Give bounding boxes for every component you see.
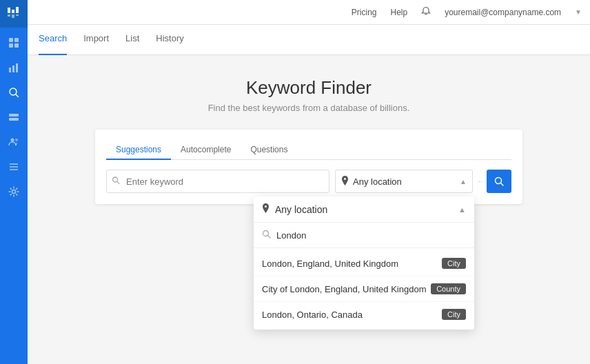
chart-nav-icon[interactable] xyxy=(0,55,28,80)
svg-rect-5 xyxy=(16,14,19,16)
user-email[interactable]: youremail@companyname.com xyxy=(445,8,561,17)
topbar: Pricing Help youremail@companyname.com ▼ xyxy=(28,0,590,25)
location-dropdown: Any location ▲ London, England, United K… xyxy=(254,196,474,330)
svg-rect-6 xyxy=(9,38,13,42)
keyword-search-icon xyxy=(112,176,120,187)
tab-bar: Search Import List History xyxy=(28,25,590,55)
location-label: Any location xyxy=(353,176,456,187)
main-area: Pricing Help youremail@companyname.com ▼… xyxy=(28,0,590,364)
svg-rect-7 xyxy=(14,38,19,42)
tab-list[interactable]: List xyxy=(125,25,139,55)
dropdown-search-input[interactable] xyxy=(276,230,466,241)
list-item[interactable]: London, Ontario, Canada City xyxy=(254,302,474,327)
svg-point-17 xyxy=(11,139,14,142)
svg-rect-3 xyxy=(8,14,10,17)
svg-point-18 xyxy=(15,139,18,141)
svg-line-14 xyxy=(16,94,19,97)
svg-line-27 xyxy=(501,183,504,186)
people-nav-icon[interactable] xyxy=(0,130,28,154)
dropdown-list: London, England, United Kingdom City Cit… xyxy=(254,248,474,330)
settings-nav-icon[interactable] xyxy=(0,179,28,204)
bell-icon[interactable] xyxy=(421,6,431,18)
svg-rect-1 xyxy=(12,10,14,13)
svg-point-23 xyxy=(113,177,118,182)
sidebar xyxy=(0,0,28,364)
list-item[interactable]: London, England, United Kingdom City xyxy=(254,251,474,276)
keyword-input[interactable] xyxy=(106,170,329,193)
svg-rect-12 xyxy=(16,63,18,72)
dropdown-search-icon xyxy=(262,230,271,241)
dropdown-header: Any location ▲ xyxy=(254,196,474,223)
search-section: Suggestions Autocomplete Questions xyxy=(95,130,522,204)
dropdown-badge-city2: City xyxy=(442,309,466,320)
list-item[interactable]: City of London, England, United Kingdom … xyxy=(254,276,474,302)
search-tab-suggestions[interactable]: Suggestions xyxy=(106,141,171,160)
tab-import[interactable]: Import xyxy=(83,25,109,55)
svg-rect-2 xyxy=(16,7,19,13)
grid-nav-icon[interactable] xyxy=(0,30,28,55)
dropdown-chevron-icon: ▲ xyxy=(458,205,466,214)
svg-line-30 xyxy=(268,236,270,238)
card-nav-icon[interactable] xyxy=(0,105,28,130)
dropdown-badge-county: County xyxy=(431,283,466,294)
svg-rect-11 xyxy=(12,65,14,72)
separator: - xyxy=(478,176,481,186)
help-link[interactable]: Help xyxy=(390,8,407,17)
svg-rect-15 xyxy=(9,114,19,117)
dropdown-item-text: London, Ontario, Canada xyxy=(262,310,442,320)
search-tab-questions[interactable]: Questions xyxy=(241,141,297,160)
page-title: Keyword Finder xyxy=(246,77,372,99)
location-button[interactable]: Any location ▲ xyxy=(335,170,473,193)
svg-rect-4 xyxy=(12,14,14,18)
page-content: Keyword Finder Find the best keywords fr… xyxy=(28,55,590,364)
search-tab-autocomplete[interactable]: Autocomplete xyxy=(171,141,241,160)
tab-history[interactable]: History xyxy=(156,25,183,55)
svg-point-29 xyxy=(263,231,269,236)
dropdown-pin-icon xyxy=(262,203,269,215)
tab-search[interactable]: Search xyxy=(39,25,67,55)
dropdown-item-text: London, England, United Kingdom xyxy=(262,259,442,269)
keyword-input-wrapper xyxy=(106,170,329,193)
search-nav-icon[interactable] xyxy=(0,80,28,105)
svg-rect-0 xyxy=(8,8,10,13)
dropdown-item-text: City of London, England, United Kingdom xyxy=(262,284,431,294)
svg-rect-9 xyxy=(14,43,19,48)
list-nav-icon[interactable] xyxy=(0,154,28,179)
svg-line-24 xyxy=(117,182,119,184)
svg-rect-10 xyxy=(9,68,11,72)
location-chevron-icon: ▲ xyxy=(460,178,467,185)
email-chevron-icon[interactable]: ▼ xyxy=(575,8,582,16)
svg-rect-8 xyxy=(9,43,13,48)
search-button[interactable] xyxy=(487,170,511,193)
svg-point-25 xyxy=(344,178,346,180)
dropdown-badge-city: City xyxy=(442,258,466,269)
svg-point-22 xyxy=(12,190,16,194)
location-trigger: Any location ▲ xyxy=(335,170,473,193)
dropdown-search-row xyxy=(254,223,474,248)
sidebar-logo[interactable] xyxy=(0,0,28,28)
dropdown-title: Any location xyxy=(275,204,453,215)
location-pin-icon xyxy=(341,176,349,188)
search-row: Any location ▲ - xyxy=(106,170,511,193)
pricing-link[interactable]: Pricing xyxy=(352,8,377,17)
svg-rect-16 xyxy=(9,118,19,121)
svg-point-28 xyxy=(265,205,267,208)
search-tab-bar: Suggestions Autocomplete Questions xyxy=(106,141,511,160)
page-subtitle: Find the best keywords from a database o… xyxy=(208,103,410,113)
